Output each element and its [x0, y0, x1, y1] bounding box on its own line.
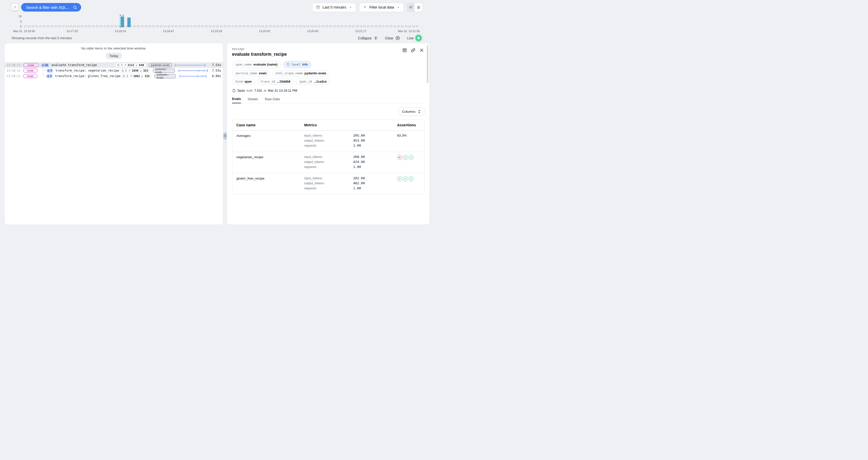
close-panel-button[interactable] — [420, 48, 424, 53]
span-bar-tick — [204, 69, 204, 72]
token-metrics-pill[interactable]: Σ ↗2112 ↙648 — [115, 63, 147, 67]
arrow-in-icon: ↙ — [141, 74, 144, 78]
attribute-badge-otel-scope-name[interactable]: otel_scope_name pydantic-evals — [272, 70, 330, 76]
x-axis-tick-label: 13:18:47 — [163, 30, 174, 33]
expand-span-toggle[interactable]: ⊞ 7 — [46, 74, 53, 78]
metric-value: 1.00 — [353, 165, 361, 169]
attribute-key: span_name — [235, 63, 252, 66]
attribute-badge-kind[interactable]: kind span — [232, 78, 255, 85]
token-metrics-pill[interactable]: Σ ↗1082 ↙325 — [120, 74, 152, 78]
topbar: / Search & filter with SQL... Last 5 min… — [11, 3, 423, 12]
x-axis-tick-mark — [313, 27, 313, 29]
assertion-percentage: 83.3% — [397, 134, 407, 137]
x-axis-tick-label: 13:20:40 — [307, 30, 318, 33]
no-older-items-text: No older items in the selected time wind… — [4, 46, 223, 50]
tab-raw-data[interactable]: Raw Data — [265, 97, 280, 103]
service-badge[interactable]: evals — [23, 74, 37, 78]
x-axis-tick-mark — [409, 27, 409, 29]
link-icon — [411, 48, 415, 53]
attribute-badge-trace-id[interactable]: trace_id ...15ddb8 — [257, 78, 293, 85]
table-row-averages[interactable]: Averages input_tokens:205.00output_token… — [232, 131, 424, 152]
duration-value: 7.53s — [254, 89, 262, 92]
metric-line: output_tokens:482.00 — [304, 181, 397, 186]
attribute-key: trace_id — [260, 80, 275, 84]
span-duration-bar[interactable] — [175, 64, 206, 67]
trace-row-vegetarian-recipe[interactable]: 13:18:11 evals ⊞ 7 transform_recipe: veg… — [4, 68, 223, 73]
metrics-cell: input_tokens:205.00output_tokens:453.00r… — [304, 134, 397, 149]
x-axis-tick-label: 13:18:10 — [115, 30, 126, 33]
metric-value: 1.00 — [353, 186, 361, 190]
tree-view-toggle[interactable] — [407, 3, 415, 12]
token-metrics-pill[interactable]: Σ ↗1030 ↙323 — [119, 69, 151, 73]
collapse-span-toggle[interactable]: ⊟ 16 — [41, 63, 49, 67]
search-button[interactable]: Search & filter with SQL... — [21, 3, 81, 11]
output-token-count: 1030 — [132, 69, 138, 72]
collapse-button[interactable]: Collapse — [358, 36, 378, 40]
assertion-pass-icon: ✓ — [403, 176, 408, 181]
metric-label: requests: — [304, 144, 353, 147]
span-duration-line: Span took 7.53s at Mar 31 13:18:11 PM — [232, 89, 425, 92]
span-count: 16 — [45, 64, 48, 67]
scrollbar-thumb[interactable] — [427, 45, 429, 83]
metric-value: 202.00 — [353, 176, 365, 180]
chevron-down-icon — [349, 6, 352, 9]
span-count: 7 — [50, 74, 52, 78]
calendar-icon — [316, 5, 320, 9]
attribute-badge-span-name[interactable]: span_name evaluate {name} — [232, 61, 281, 68]
metric-label: output_tokens: — [304, 182, 353, 185]
table-row-gluten-free-recipe[interactable]: gluten_free_recipe input_tokens:202.00ou… — [232, 173, 424, 194]
trace-row-gluten-free-recipe[interactable]: 13:18:11 evals ⊞ 7 transform_recipe: glu… — [4, 73, 223, 79]
trace-row-evaluate-transform-recipe[interactable]: 13:18:11 evals ⊟ 16 evaluate transform_r… — [4, 62, 223, 68]
expand-span-toggle[interactable]: ⊞ 7 — [47, 69, 53, 72]
x-axis-tick-mark — [361, 27, 361, 29]
time-range-dropdown[interactable]: Last 5 minutes — [312, 3, 355, 12]
attribute-badge-span-id[interactable]: span_id ...1ca2ce — [296, 78, 330, 85]
grip-dots-icon: ⠿ — [224, 134, 226, 138]
attribute-value: evaluate {name} — [253, 63, 278, 66]
filter-local-data-dropdown[interactable]: Filter local data — [359, 3, 404, 12]
slash-shortcut-key[interactable]: / — [11, 3, 18, 11]
service-badge[interactable]: evals — [23, 63, 39, 67]
live-indicator-icon — [416, 35, 422, 41]
records-histogram: 10 5 0 Mar 31. 13:16:5513:17:3213:18:101… — [0, 14, 434, 34]
columns-button[interactable]: Columns — [399, 107, 425, 116]
live-toggle[interactable]: Live — [407, 35, 422, 41]
x-axis-tick-mark — [168, 27, 169, 29]
y-axis-tick: 0 — [9, 25, 22, 28]
metric-value: 208.00 — [353, 155, 365, 159]
assertion-pass-icon: ✓ — [403, 155, 408, 160]
table-row-vegetarian-recipe[interactable]: vegetarian_recipe input_tokens:208.00out… — [232, 152, 424, 173]
scope-tag[interactable]: pydantic-evals — [149, 63, 172, 67]
metric-label: input_tokens: — [304, 134, 353, 137]
filter-local-data-label: Filter local data — [369, 5, 394, 9]
clear-button[interactable]: Clear — [385, 36, 400, 40]
tab-details[interactable]: Details — [248, 97, 258, 103]
span-duration-bar[interactable] — [178, 69, 207, 72]
dock-panel-button[interactable] — [402, 48, 407, 53]
attribute-value: evals — [259, 72, 267, 75]
histogram-plot-area[interactable]: Mar 31. 13:16:5513:17:3213:18:1013:18:47… — [24, 14, 409, 34]
arrow-in-icon: ↙ — [135, 64, 137, 67]
copy-link-button[interactable] — [411, 48, 415, 53]
scrollbar[interactable] — [427, 45, 429, 223]
sigma-icon: Σ — [121, 64, 123, 67]
span-duration: 6.89s — [208, 74, 221, 78]
attribute-badge-service-name[interactable]: service_name evals — [232, 70, 270, 76]
tree-connector — [43, 67, 47, 76]
list-view-toggle[interactable] — [415, 3, 422, 12]
attribute-badge-level[interactable]: ⓘ level Info — [283, 61, 311, 68]
scope-tag[interactable]: pydantic-evals — [154, 74, 176, 78]
tab-evals[interactable]: Evals — [232, 97, 241, 103]
service-badge[interactable]: evals — [23, 69, 38, 72]
attribute-key: otel_scope_name — [276, 72, 303, 75]
collapse-icon — [374, 36, 378, 40]
time-range-label: Last 5 minutes — [322, 5, 346, 9]
attribute-value: ...15ddb8 — [277, 80, 290, 84]
histogram-bar[interactable] — [127, 18, 131, 27]
metric-label: input_tokens: — [304, 176, 353, 180]
assertions-cell: ✕✓✓ — [397, 155, 420, 170]
metric-line: output_tokens:424.00 — [304, 160, 397, 165]
histogram-bar[interactable] — [121, 17, 124, 27]
scope-tag[interactable]: pydantic-evals — [153, 69, 175, 73]
span-duration-bar[interactable] — [179, 74, 207, 78]
